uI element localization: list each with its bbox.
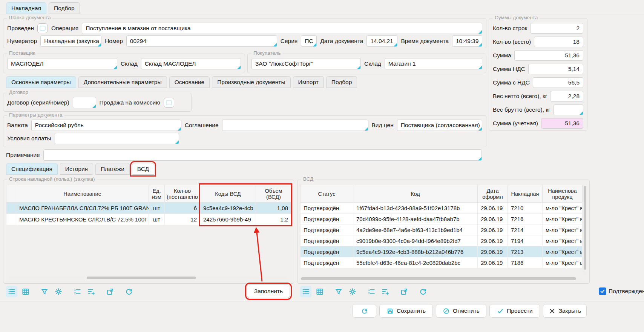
col-vsd-volume[interactable]: Объем (ВСД) bbox=[256, 185, 291, 203]
date-cell[interactable]: 29.06.19 bbox=[478, 203, 508, 214]
vsd-hscrollbar-track[interactable] bbox=[300, 277, 582, 280]
sum-with-vat-field[interactable]: 56,5 bbox=[533, 77, 583, 88]
payment-terms-field[interactable] bbox=[55, 133, 179, 144]
tab-import[interactable]: Импорт bbox=[293, 76, 324, 88]
date-cell[interactable]: 29.06.19 bbox=[478, 224, 508, 235]
table-row[interactable]: Подтверждён4a2de9ee-68e7-4a6e-bf63-413c1… bbox=[301, 224, 583, 235]
quantity-cell[interactable]: 6 bbox=[165, 203, 200, 214]
row-select-gutter-cell[interactable] bbox=[6, 203, 16, 214]
status-cell[interactable]: Подтверждён bbox=[301, 257, 353, 268]
date-cell[interactable]: 29.06.19 bbox=[478, 246, 508, 257]
buyer-name-field[interactable]: ЗАО "ЛюксСофтТорг" bbox=[251, 58, 361, 69]
col-quantity[interactable]: Кол-во (поставлено bbox=[165, 185, 200, 203]
date-cell[interactable]: 29.06.19 bbox=[478, 235, 508, 246]
view-list-button[interactable] bbox=[6, 286, 17, 297]
vsd-vscrollbar-track[interactable] bbox=[583, 185, 587, 275]
vsd-volume-cell[interactable]: 1,08 bbox=[256, 203, 291, 214]
unit-cell[interactable]: шт bbox=[149, 214, 165, 225]
status-cell[interactable]: Подтверждён bbox=[301, 203, 353, 214]
open-window-button[interactable] bbox=[104, 286, 116, 297]
product-name-cell[interactable]: м-ло "Крест" в, bbox=[543, 214, 583, 224]
supplier-warehouse-field[interactable]: Склад МАСЛОДЕЛ bbox=[141, 58, 241, 69]
sort-button[interactable] bbox=[380, 286, 391, 297]
number-field[interactable]: 00294 bbox=[126, 35, 277, 47]
note-field[interactable] bbox=[43, 149, 482, 161]
vsd-code-cell[interactable]: 24257660-9b9b-49 bbox=[200, 214, 256, 225]
vsd-hscrollbar-thumb[interactable] bbox=[301, 277, 576, 280]
code-cell[interactable]: 1f67fda4-b13d-423d-88a9-51f02e13178b bbox=[353, 203, 478, 214]
col-status[interactable]: Статус bbox=[301, 185, 353, 203]
post-button[interactable]: Провести bbox=[489, 304, 540, 318]
product-name-cell[interactable]: м-ло "Крест" в, bbox=[543, 203, 583, 214]
lines-count-field[interactable]: 2 bbox=[530, 23, 583, 34]
contract-number-field[interactable] bbox=[73, 97, 96, 108]
col-unit[interactable]: Ед. изм bbox=[149, 185, 165, 203]
col-code[interactable]: Код bbox=[353, 185, 478, 203]
invoice-number-cell[interactable]: 7214 bbox=[508, 224, 543, 235]
agreement-field[interactable] bbox=[222, 120, 368, 131]
close-button[interactable]: Закрыть bbox=[543, 304, 587, 318]
status-cell[interactable]: Подтверждён bbox=[301, 224, 353, 235]
invoice-number-cell[interactable]: 7216 bbox=[508, 214, 543, 224]
operation-field[interactable]: Поступление в магазин от поставщика bbox=[82, 23, 482, 34]
settings-button[interactable] bbox=[347, 286, 358, 297]
lines-hscrollbar-track[interactable] bbox=[8, 276, 287, 280]
table-row[interactable]: Подтверждён55efbfc4-d63e-46ea-81c4-2e082… bbox=[301, 257, 583, 268]
confirmed-checkbox[interactable] bbox=[599, 287, 606, 295]
numbered-list-button[interactable]: 12 bbox=[72, 286, 83, 297]
accounting-sum-field[interactable]: 51,36 bbox=[541, 118, 583, 129]
vsd-code-cell[interactable]: 9c5ea4c9-192e-4cb bbox=[200, 203, 256, 214]
gross-weight-field[interactable] bbox=[554, 105, 583, 115]
date-cell[interactable]: 29.06.19 bbox=[478, 214, 508, 224]
posted-checkbox[interactable] bbox=[37, 23, 48, 33]
status-cell[interactable]: Подтверждён bbox=[301, 246, 353, 257]
table-row[interactable]: Подтверждёнc9019b0e-9300-4c0a-94dd-f964e… bbox=[301, 235, 583, 246]
cancel-button[interactable]: Отменить bbox=[436, 304, 486, 318]
code-cell[interactable]: 9c5ea4c9-192e-4cb3-888b-b212a046b776 bbox=[353, 246, 478, 257]
invoice-number-cell[interactable]: 7213 bbox=[508, 246, 543, 257]
currency-field[interactable]: Российский рубль bbox=[31, 120, 181, 131]
numbered-list-button[interactable]: 12 bbox=[366, 286, 377, 297]
product-name-cell[interactable]: м-ло "Крест" в, bbox=[543, 224, 583, 235]
view-list-button[interactable] bbox=[300, 286, 311, 297]
table-row[interactable]: Подтверждён70d4099c-95fe-4128-aefd-daa47… bbox=[301, 214, 583, 224]
commission-checkbox[interactable] bbox=[164, 98, 174, 108]
table-row[interactable]: МАСЛО ГРАНАБЕЛЛА СЛ/СЛ.72% РБ 180Г GRANш… bbox=[6, 203, 291, 214]
invoice-number-cell[interactable]: 7194 bbox=[508, 235, 543, 246]
doc-date-field[interactable]: 14.04.21 bbox=[366, 35, 397, 47]
filter-button[interactable] bbox=[333, 286, 344, 297]
sort-button[interactable] bbox=[86, 286, 97, 297]
tab-derived-documents[interactable]: Производные документы bbox=[212, 76, 290, 88]
tab-selection[interactable]: Подбор bbox=[49, 2, 80, 14]
code-cell[interactable]: 55efbfc4-d63e-46ea-81c4-2e0820dab2bc bbox=[353, 257, 478, 268]
supplier-name-field[interactable]: МАСЛОДЕЛ bbox=[7, 58, 117, 69]
vat-sum-field[interactable]: 5,14 bbox=[528, 64, 583, 74]
product-name-cell[interactable]: м-ло "Крест" в, bbox=[543, 246, 583, 257]
tab-history[interactable]: История bbox=[60, 163, 93, 175]
settings-button[interactable] bbox=[53, 286, 64, 297]
invoice-number-cell[interactable]: 7210 bbox=[508, 203, 543, 214]
col-invoice[interactable]: Накладная bbox=[508, 185, 543, 203]
tab-selection2[interactable]: Подбор bbox=[326, 76, 357, 88]
buyer-warehouse-field[interactable]: Магазин 1 bbox=[385, 58, 482, 69]
numerator-field[interactable]: Накладные (закупка bbox=[40, 35, 101, 47]
lines-hscrollbar-thumb[interactable] bbox=[87, 277, 196, 279]
col-product-name[interactable]: Наименование bbox=[16, 185, 149, 203]
table-row[interactable]: Подтверждён9c5ea4c9-192e-4cb3-888b-b212a… bbox=[301, 246, 583, 257]
col-vsd-codes[interactable]: Коды ВСД bbox=[200, 185, 256, 203]
row-select-gutter-cell[interactable] bbox=[6, 214, 16, 225]
col-gutter[interactable] bbox=[6, 185, 16, 203]
sum-field[interactable]: 51,36 bbox=[514, 50, 583, 61]
net-weight-field[interactable]: 2,28 bbox=[550, 91, 583, 101]
tab-additional-params[interactable]: Дополнительные параметры bbox=[78, 76, 167, 88]
col-date[interactable]: Дата оформл bbox=[478, 185, 508, 203]
refresh-table-button[interactable] bbox=[123, 286, 135, 297]
tab-main-params[interactable]: Основные параметры bbox=[6, 76, 76, 88]
tab-basis[interactable]: Основание bbox=[169, 76, 210, 88]
status-cell[interactable]: Подтверждён bbox=[301, 235, 353, 246]
quantity-cell[interactable]: 12 bbox=[165, 214, 200, 225]
table-row[interactable]: Подтверждён1f67fda4-b13d-423d-88a9-51f02… bbox=[301, 203, 583, 214]
status-cell[interactable]: Подтверждён bbox=[301, 214, 353, 224]
doc-time-field[interactable]: 10:49:39 bbox=[452, 35, 482, 47]
refresh-table-button[interactable] bbox=[417, 286, 429, 297]
